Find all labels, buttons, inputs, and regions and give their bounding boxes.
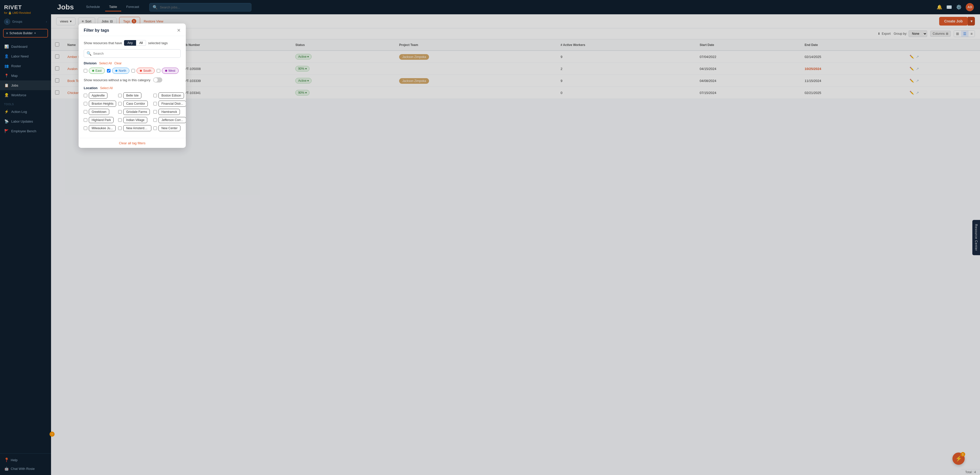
location-new-center: New Center	[153, 125, 186, 131]
selected-tags-label: selected tags	[148, 41, 168, 45]
location-jefferson-corr: Jefferson Corr...	[153, 117, 186, 123]
tag-search-box[interactable]: 🔍	[84, 49, 181, 58]
hamtramck-tag[interactable]: Hamtramck	[159, 109, 180, 115]
location-indian-village: Indian Village	[118, 117, 151, 123]
division-south-checkbox[interactable]	[131, 69, 135, 73]
tag-search-icon: 🔍	[86, 51, 92, 56]
loc-greektown-checkbox[interactable]	[84, 110, 87, 114]
loc-appleville-checkbox[interactable]	[84, 94, 87, 97]
all-button[interactable]: All	[136, 40, 146, 46]
division-north-checkbox[interactable]	[107, 69, 110, 73]
any-all-filter-row: Show resources that have Any All selecte…	[84, 40, 181, 46]
any-all-toggle: Any All	[124, 40, 146, 46]
division-section-header: Division Select All Clear	[84, 61, 181, 65]
belle-isle-tag[interactable]: Belle Isle	[123, 92, 142, 99]
cass-corridor-tag[interactable]: Cass Corridor	[123, 100, 148, 107]
division-tag-west: West	[157, 68, 179, 74]
modal-title: Filter by tags	[84, 28, 109, 33]
division-clear-link[interactable]: Clear	[115, 62, 122, 65]
loc-new-amsterdam-checkbox[interactable]	[118, 126, 122, 130]
location-select-all-link[interactable]: Select All	[100, 86, 113, 90]
modal-overlay[interactable]: Filter by tags ✕ Show resources that hav…	[0, 0, 980, 475]
location-section-header: Location Select All	[84, 86, 181, 90]
loc-cass-corridor-checkbox[interactable]	[118, 102, 122, 105]
jefferson-corr-tag[interactable]: Jefferson Corr...	[159, 117, 186, 123]
west-tag-pill[interactable]: West	[162, 68, 179, 74]
division-tag-north: North	[107, 68, 129, 74]
show-without-tag-label: Show resources without a tag in this cat…	[84, 78, 151, 82]
division-select-all-link[interactable]: Select All	[99, 62, 112, 65]
division-tag-south: South	[131, 68, 154, 74]
location-financial-dist: Financial Distr...	[153, 100, 186, 107]
location-boston-edison: Boston Edison	[153, 92, 186, 99]
east-tag-dot	[92, 70, 94, 72]
modal-footer: Clear all tag filters	[79, 138, 186, 148]
appleville-tag[interactable]: Appleville	[89, 92, 107, 99]
location-label: Location	[84, 86, 97, 90]
west-tag-dot	[165, 70, 167, 72]
division-tags-grid: East North South	[84, 68, 181, 74]
division-west-checkbox[interactable]	[157, 69, 160, 73]
modal-body: Show resources that have Any All selecte…	[79, 36, 186, 138]
location-greektown: Greektown	[84, 109, 116, 115]
greektown-tag[interactable]: Greektown	[89, 109, 109, 115]
location-cass-corridor: Cass Corridor	[118, 100, 151, 107]
loc-jefferson-corr-checkbox[interactable]	[153, 118, 157, 122]
location-highland-park: Highland Park	[84, 117, 116, 123]
modal-close-button[interactable]: ✕	[177, 27, 181, 33]
loc-financial-dist-checkbox[interactable]	[153, 102, 157, 105]
north-tag-dot	[115, 70, 118, 72]
grixdale-farms-tag[interactable]: Grixdale Farms	[123, 109, 150, 115]
division-label: Division	[84, 61, 97, 65]
loc-indian-village-checkbox[interactable]	[118, 118, 122, 122]
location-belle-isle: Belle Isle	[118, 92, 151, 99]
location-new-amsterdam: New Amsterdam...	[118, 125, 151, 131]
south-tag-dot	[140, 70, 142, 72]
loc-boston-edison-checkbox[interactable]	[153, 94, 157, 97]
loc-new-center-checkbox[interactable]	[153, 126, 157, 130]
location-hamtramck: Hamtramck	[153, 109, 186, 115]
financial-dist-tag[interactable]: Financial Distr...	[159, 100, 186, 107]
loc-highland-park-checkbox[interactable]	[84, 118, 87, 122]
location-tags-grid: Appleville Belle Isle Boston Edison Brax…	[84, 92, 181, 131]
show-resources-label: Show resources that have	[84, 41, 122, 45]
clear-all-tag-filters-link[interactable]: Clear all tag filters	[119, 141, 145, 145]
filter-by-tags-modal: Filter by tags ✕ Show resources that hav…	[79, 24, 186, 148]
location-appleville: Appleville	[84, 92, 116, 99]
indian-village-tag[interactable]: Indian Village	[123, 117, 147, 123]
south-tag-pill[interactable]: South	[137, 68, 154, 74]
division-east-checkbox[interactable]	[84, 69, 87, 73]
east-tag-pill[interactable]: East	[89, 68, 105, 74]
any-button[interactable]: Any	[124, 40, 136, 46]
modal-header: Filter by tags ✕	[79, 24, 186, 36]
loc-grixdale-farms-checkbox[interactable]	[118, 110, 122, 114]
loc-braxton-heights-checkbox[interactable]	[84, 102, 87, 105]
show-without-tag-toggle[interactable]	[153, 77, 162, 83]
new-amsterdam-tag[interactable]: New Amsterdam...	[123, 125, 151, 131]
tag-search-input[interactable]	[93, 52, 178, 56]
location-grixdale-farms: Grixdale Farms	[118, 109, 151, 115]
north-tag-pill[interactable]: North	[112, 68, 129, 74]
division-tag-east: East	[84, 68, 105, 74]
location-milwaukee-ju: Milwaukee Ju...	[84, 125, 116, 131]
new-center-tag[interactable]: New Center	[159, 125, 180, 131]
show-without-tag-row: Show resources without a tag in this cat…	[84, 77, 181, 83]
highland-park-tag[interactable]: Highland Park	[89, 117, 114, 123]
milwaukee-ju-tag[interactable]: Milwaukee Ju...	[89, 125, 116, 131]
braxton-heights-tag[interactable]: Braxton Heights	[89, 100, 116, 107]
location-braxton-heights: Braxton Heights	[84, 100, 116, 107]
loc-hamtramck-checkbox[interactable]	[153, 110, 157, 114]
boston-edison-tag[interactable]: Boston Edison	[159, 92, 184, 99]
loc-milwaukee-ju-checkbox[interactable]	[84, 126, 87, 130]
loc-belle-isle-checkbox[interactable]	[118, 94, 122, 97]
